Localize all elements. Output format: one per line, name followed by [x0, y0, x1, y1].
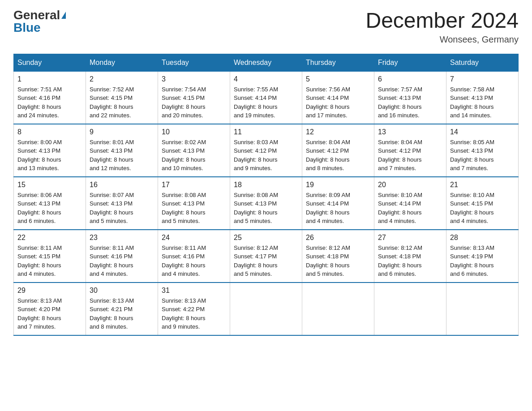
table-cell: 19Sunrise: 8:09 AMSunset: 4:14 PMDayligh…	[302, 177, 374, 230]
day-info: Sunrise: 8:11 AMSunset: 4:15 PMDaylight:…	[17, 244, 82, 278]
day-number: 3	[162, 75, 226, 83]
day-number: 11	[234, 128, 298, 136]
day-info: Sunrise: 8:11 AMSunset: 4:16 PMDaylight:…	[162, 244, 226, 278]
table-cell	[302, 283, 374, 335]
day-info: Sunrise: 8:04 AMSunset: 4:12 PMDaylight:…	[306, 138, 370, 173]
day-number: 23	[90, 234, 154, 242]
day-number: 5	[306, 75, 370, 83]
table-cell: 6Sunrise: 7:57 AMSunset: 4:13 PMDaylight…	[374, 71, 446, 124]
day-number: 14	[450, 128, 515, 136]
day-number: 12	[306, 128, 370, 136]
week-row-2: 8Sunrise: 8:00 AMSunset: 4:13 PMDaylight…	[14, 124, 519, 177]
day-number: 15	[17, 181, 82, 189]
day-info: Sunrise: 8:02 AMSunset: 4:13 PMDaylight:…	[162, 138, 226, 173]
day-info: Sunrise: 7:51 AMSunset: 4:16 PMDaylight:…	[17, 85, 82, 120]
day-number: 10	[162, 128, 226, 136]
day-number: 8	[17, 128, 82, 136]
day-number: 24	[162, 234, 226, 242]
day-number: 13	[378, 128, 442, 136]
logo-triangle-icon	[61, 12, 66, 19]
table-cell: 3Sunrise: 7:54 AMSunset: 4:15 PMDaylight…	[158, 71, 230, 124]
table-cell: 22Sunrise: 8:11 AMSunset: 4:15 PMDayligh…	[14, 230, 86, 283]
header-tuesday: Tuesday	[158, 54, 230, 71]
table-cell: 1Sunrise: 7:51 AMSunset: 4:16 PMDaylight…	[14, 71, 86, 124]
day-info: Sunrise: 8:12 AMSunset: 4:18 PMDaylight:…	[306, 244, 370, 278]
day-info: Sunrise: 7:52 AMSunset: 4:15 PMDaylight:…	[90, 85, 154, 120]
table-cell: 7Sunrise: 7:58 AMSunset: 4:13 PMDaylight…	[446, 71, 519, 124]
table-cell: 28Sunrise: 8:13 AMSunset: 4:19 PMDayligh…	[446, 230, 519, 283]
day-number: 25	[234, 234, 298, 242]
day-info: Sunrise: 8:04 AMSunset: 4:12 PMDaylight:…	[378, 138, 442, 173]
header-saturday: Saturday	[446, 54, 519, 71]
table-cell: 24Sunrise: 8:11 AMSunset: 4:16 PMDayligh…	[158, 230, 230, 283]
day-info: Sunrise: 8:13 AMSunset: 4:19 PMDaylight:…	[450, 244, 515, 278]
day-number: 22	[17, 234, 82, 242]
day-info: Sunrise: 8:07 AMSunset: 4:13 PMDaylight:…	[90, 191, 154, 226]
logo: General Blue	[13, 9, 66, 34]
table-cell: 12Sunrise: 8:04 AMSunset: 4:12 PMDayligh…	[302, 124, 374, 177]
day-number: 6	[378, 75, 442, 83]
table-cell	[374, 283, 446, 335]
table-cell: 5Sunrise: 7:56 AMSunset: 4:14 PMDaylight…	[302, 71, 374, 124]
day-number: 31	[162, 287, 226, 295]
table-cell: 4Sunrise: 7:55 AMSunset: 4:14 PMDaylight…	[230, 71, 302, 124]
table-cell	[230, 283, 302, 335]
title-area: December 2024 Wonsees, Germany	[365, 9, 519, 45]
day-number: 17	[162, 181, 226, 189]
table-cell: 2Sunrise: 7:52 AMSunset: 4:15 PMDaylight…	[86, 71, 158, 124]
table-cell: 16Sunrise: 8:07 AMSunset: 4:13 PMDayligh…	[86, 177, 158, 230]
day-number: 19	[306, 181, 370, 189]
table-cell: 26Sunrise: 8:12 AMSunset: 4:18 PMDayligh…	[302, 230, 374, 283]
table-cell: 30Sunrise: 8:13 AMSunset: 4:21 PMDayligh…	[86, 283, 158, 335]
table-cell: 17Sunrise: 8:08 AMSunset: 4:13 PMDayligh…	[158, 177, 230, 230]
day-number: 4	[234, 75, 298, 83]
logo-general-text: General	[13, 9, 60, 21]
day-info: Sunrise: 8:10 AMSunset: 4:14 PMDaylight:…	[378, 191, 442, 226]
calendar-header-row: SundayMondayTuesdayWednesdayThursdayFrid…	[14, 54, 519, 71]
day-info: Sunrise: 8:06 AMSunset: 4:13 PMDaylight:…	[17, 191, 82, 226]
table-cell: 21Sunrise: 8:10 AMSunset: 4:15 PMDayligh…	[446, 177, 519, 230]
table-cell: 23Sunrise: 8:11 AMSunset: 4:16 PMDayligh…	[86, 230, 158, 283]
day-number: 27	[378, 234, 442, 242]
page-header: General Blue December 2024 Wonsees, Germ…	[13, 9, 519, 45]
day-number: 2	[90, 75, 154, 83]
table-cell: 13Sunrise: 8:04 AMSunset: 4:12 PMDayligh…	[374, 124, 446, 177]
day-number: 28	[450, 234, 515, 242]
day-number: 26	[306, 234, 370, 242]
day-info: Sunrise: 8:12 AMSunset: 4:18 PMDaylight:…	[378, 244, 442, 278]
day-info: Sunrise: 8:08 AMSunset: 4:13 PMDaylight:…	[234, 191, 298, 226]
day-info: Sunrise: 8:03 AMSunset: 4:12 PMDaylight:…	[234, 138, 298, 173]
day-info: Sunrise: 8:13 AMSunset: 4:21 PMDaylight:…	[90, 296, 154, 331]
table-cell: 9Sunrise: 8:01 AMSunset: 4:13 PMDaylight…	[86, 124, 158, 177]
table-cell: 11Sunrise: 8:03 AMSunset: 4:12 PMDayligh…	[230, 124, 302, 177]
week-row-4: 22Sunrise: 8:11 AMSunset: 4:15 PMDayligh…	[14, 230, 519, 283]
logo-blue-text: Blue	[13, 21, 41, 34]
location-text: Wonsees, Germany	[365, 34, 519, 45]
header-monday: Monday	[86, 54, 158, 71]
table-cell: 20Sunrise: 8:10 AMSunset: 4:14 PMDayligh…	[374, 177, 446, 230]
week-row-5: 29Sunrise: 8:13 AMSunset: 4:20 PMDayligh…	[14, 283, 519, 335]
day-info: Sunrise: 7:55 AMSunset: 4:14 PMDaylight:…	[234, 85, 298, 120]
day-info: Sunrise: 8:05 AMSunset: 4:13 PMDaylight:…	[450, 138, 515, 173]
table-cell: 31Sunrise: 8:13 AMSunset: 4:22 PMDayligh…	[158, 283, 230, 335]
day-info: Sunrise: 7:57 AMSunset: 4:13 PMDaylight:…	[378, 85, 442, 120]
table-cell: 29Sunrise: 8:13 AMSunset: 4:20 PMDayligh…	[14, 283, 86, 335]
table-cell: 25Sunrise: 8:12 AMSunset: 4:17 PMDayligh…	[230, 230, 302, 283]
day-number: 30	[90, 287, 154, 295]
table-cell: 14Sunrise: 8:05 AMSunset: 4:13 PMDayligh…	[446, 124, 519, 177]
month-year-title: December 2024	[365, 9, 519, 33]
header-thursday: Thursday	[302, 54, 374, 71]
header-wednesday: Wednesday	[230, 54, 302, 71]
day-info: Sunrise: 8:12 AMSunset: 4:17 PMDaylight:…	[234, 244, 298, 278]
header-sunday: Sunday	[14, 54, 86, 71]
day-number: 29	[17, 287, 82, 295]
table-cell	[446, 283, 519, 335]
day-info: Sunrise: 8:11 AMSunset: 4:16 PMDaylight:…	[90, 244, 154, 278]
calendar-table: SundayMondayTuesdayWednesdayThursdayFrid…	[13, 54, 519, 336]
day-info: Sunrise: 8:00 AMSunset: 4:13 PMDaylight:…	[17, 138, 82, 173]
day-number: 7	[450, 75, 515, 83]
week-row-1: 1Sunrise: 7:51 AMSunset: 4:16 PMDaylight…	[14, 71, 519, 124]
day-number: 21	[450, 181, 515, 189]
table-cell: 18Sunrise: 8:08 AMSunset: 4:13 PMDayligh…	[230, 177, 302, 230]
day-number: 16	[90, 181, 154, 189]
